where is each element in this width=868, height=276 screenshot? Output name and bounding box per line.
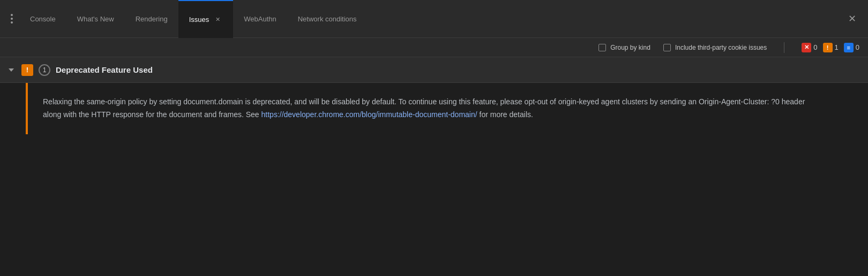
tab-rendering[interactable]: Rendering xyxy=(125,0,178,38)
issues-toolbar: Group by kind Include third-party cookie… xyxy=(0,38,868,57)
warning-badge-icon: ! xyxy=(21,64,33,76)
issues-content: ! 1 Deprecated Feature Used Relaxing the… xyxy=(0,57,868,134)
tab-network-conditions[interactable]: Network conditions xyxy=(287,0,368,38)
issue-group-title: Deprecated Feature Used xyxy=(56,65,153,74)
issue-count-circle: 1 xyxy=(39,64,50,76)
chevron-down-icon xyxy=(9,68,14,72)
info-icon: ≡ xyxy=(844,43,854,52)
issue-count-badges: ✕ 0 ! 1 ≡ 0 xyxy=(802,43,859,52)
issue-detail-link[interactable]: https://developer.chrome.com/blog/immuta… xyxy=(261,110,477,119)
tab-issues[interactable]: Issues ✕ xyxy=(178,0,234,38)
issue-group-deprecated[interactable]: ! 1 Deprecated Feature Used xyxy=(0,57,868,83)
tab-console[interactable]: Console xyxy=(19,0,66,38)
tab-bar: Console What's New Rendering Issues ✕ We… xyxy=(0,0,868,38)
third-party-checkbox[interactable] xyxy=(663,44,671,51)
info-badge: ≡ 0 xyxy=(844,43,859,52)
group-by-kind-checkbox[interactable] xyxy=(598,44,606,51)
error-icon: ✕ xyxy=(802,43,811,52)
third-party-checkbox-label[interactable]: Include third-party cookie issues xyxy=(663,44,767,51)
tab-whats-new[interactable]: What's New xyxy=(66,0,125,38)
tab-webauthn[interactable]: WebAuthn xyxy=(233,0,287,38)
issue-detail-panel: Relaxing the same-origin policy by setti… xyxy=(26,83,868,134)
toolbar-divider xyxy=(784,42,784,53)
warning-icon: ! xyxy=(823,43,833,52)
error-badge: ✕ 0 xyxy=(802,43,817,52)
issue-detail-text: Relaxing the same-origin policy by setti… xyxy=(28,96,821,121)
tab-menu-button[interactable] xyxy=(4,9,19,29)
devtools-close-button[interactable]: ✕ xyxy=(841,9,864,29)
tab-issues-close[interactable]: ✕ xyxy=(213,15,222,24)
warning-badge: ! 1 xyxy=(823,43,839,52)
group-by-kind-checkbox-label[interactable]: Group by kind xyxy=(598,44,650,51)
